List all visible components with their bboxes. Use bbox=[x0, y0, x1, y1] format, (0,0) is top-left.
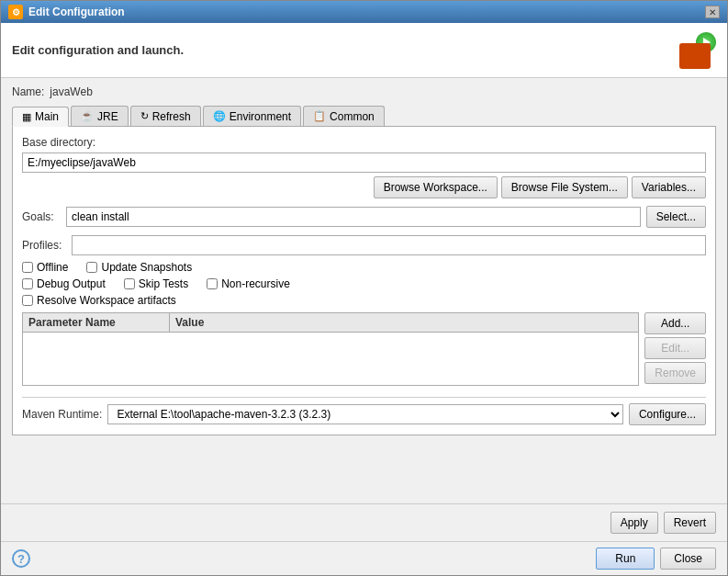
window-close-button[interactable]: ✕ bbox=[705, 6, 720, 18]
offline-checkbox[interactable] bbox=[22, 262, 33, 273]
goals-input[interactable] bbox=[66, 207, 641, 227]
table-buttons-col: Add... Edit... Remove bbox=[644, 312, 706, 391]
revert-button[interactable]: Revert bbox=[664, 512, 716, 534]
help-icon[interactable]: ? bbox=[12, 549, 30, 568]
main-panel: Base directory: Browse Workspace... Brow… bbox=[12, 127, 716, 435]
footer-panel: Apply Revert bbox=[1, 503, 727, 541]
jre-tab-icon: ☕ bbox=[81, 110, 94, 122]
parameter-table-section: Parameter Name Value Add... Edit... Remo… bbox=[22, 312, 706, 391]
select-button[interactable]: Select... bbox=[646, 206, 706, 228]
goals-row: Goals: Select... bbox=[22, 206, 706, 228]
tab-main-label: Main bbox=[35, 110, 59, 123]
bottom-bar: ? Run Close bbox=[1, 541, 727, 575]
checkbox-row-1: Offline Update Snapshots bbox=[22, 261, 706, 274]
table-wrapper: Parameter Name Value bbox=[22, 312, 639, 391]
tab-common-label: Common bbox=[330, 110, 375, 123]
checkboxes-area: Offline Update Snapshots Debug Output Sk… bbox=[22, 261, 706, 307]
profiles-input[interactable] bbox=[72, 235, 706, 255]
debug-output-label: Debug Output bbox=[37, 277, 106, 290]
name-row: Name: javaWeb bbox=[12, 85, 716, 98]
runtime-label: Maven Runtime: bbox=[22, 408, 102, 421]
browse-buttons-row: Browse Workspace... Browse File System..… bbox=[22, 176, 706, 198]
bottom-buttons: Run Close bbox=[596, 548, 716, 570]
close-dialog-button[interactable]: Close bbox=[660, 548, 716, 570]
tab-environment-label: Environment bbox=[230, 110, 291, 123]
title-bar: ⚙ Edit Configuration ✕ bbox=[1, 1, 727, 23]
title-bar-left: ⚙ Edit Configuration bbox=[8, 5, 125, 19]
edit-button[interactable]: Edit... bbox=[644, 337, 706, 359]
tabs-row: ▦ Main ☕ JRE ↻ Refresh 🌐 Environment 📋 C… bbox=[12, 106, 716, 127]
resolve-workspace-checkbox-item[interactable]: Resolve Workspace artifacts bbox=[22, 294, 176, 307]
resolve-workspace-checkbox[interactable] bbox=[22, 295, 33, 306]
col-value: Value bbox=[170, 313, 638, 332]
non-recursive-checkbox[interactable] bbox=[207, 278, 218, 289]
toolbox-icon bbox=[679, 43, 711, 69]
profiles-label: Profiles: bbox=[22, 239, 66, 252]
update-snapshots-checkbox-item[interactable]: Update Snapshots bbox=[86, 261, 192, 274]
name-value: javaWeb bbox=[50, 85, 92, 98]
main-tab-icon: ▦ bbox=[22, 111, 31, 123]
non-recursive-checkbox-item[interactable]: Non-recursive bbox=[207, 277, 290, 290]
add-button[interactable]: Add... bbox=[644, 312, 706, 334]
update-snapshots-label: Update Snapshots bbox=[101, 261, 192, 274]
common-tab-icon: 📋 bbox=[313, 110, 326, 122]
resolve-workspace-label: Resolve Workspace artifacts bbox=[37, 294, 176, 307]
name-label: Name: bbox=[12, 85, 44, 98]
run-button[interactable]: Run bbox=[596, 548, 655, 570]
debug-output-checkbox-item[interactable]: Debug Output bbox=[22, 277, 106, 290]
parameter-table: Parameter Name Value bbox=[22, 312, 639, 386]
skip-tests-checkbox[interactable] bbox=[124, 278, 135, 289]
tab-main[interactable]: ▦ Main bbox=[12, 107, 69, 127]
non-recursive-label: Non-recursive bbox=[221, 277, 290, 290]
refresh-tab-icon: ↻ bbox=[140, 110, 149, 122]
checkbox-row-3: Resolve Workspace artifacts bbox=[22, 294, 706, 307]
base-directory-input[interactable] bbox=[22, 152, 706, 173]
apply-button[interactable]: Apply bbox=[610, 512, 658, 534]
skip-tests-checkbox-item[interactable]: Skip Tests bbox=[124, 277, 188, 290]
runtime-select[interactable]: External E:\tool\apache-maven-3.2.3 (3.2… bbox=[107, 404, 623, 424]
offline-label: Offline bbox=[37, 261, 68, 274]
tab-refresh-label: Refresh bbox=[152, 110, 191, 123]
runtime-row: Maven Runtime: External E:\tool\apache-m… bbox=[22, 397, 706, 425]
offline-checkbox-item[interactable]: Offline bbox=[22, 261, 68, 274]
browse-filesystem-button[interactable]: Browse File System... bbox=[501, 176, 628, 198]
col-param-name: Parameter Name bbox=[23, 313, 170, 332]
window-title: Edit Configuration bbox=[28, 6, 125, 18]
debug-output-checkbox[interactable] bbox=[22, 278, 33, 289]
edit-configuration-window: ⚙ Edit Configuration ✕ Edit configuratio… bbox=[0, 0, 728, 576]
profiles-row: Profiles: bbox=[22, 235, 706, 255]
tab-common[interactable]: 📋 Common bbox=[303, 106, 385, 126]
header-description: Edit configuration and launch. bbox=[12, 43, 184, 57]
skip-tests-label: Skip Tests bbox=[139, 277, 188, 290]
table-header: Parameter Name Value bbox=[23, 313, 638, 333]
base-directory-label: Base directory: bbox=[22, 136, 706, 149]
goals-label: Goals: bbox=[22, 210, 61, 223]
tab-environment[interactable]: 🌐 Environment bbox=[203, 106, 301, 126]
environment-tab-icon: 🌐 bbox=[213, 110, 226, 122]
variables-button[interactable]: Variables... bbox=[632, 176, 706, 198]
base-directory-section: Base directory: Browse Workspace... Brow… bbox=[22, 136, 706, 198]
update-snapshots-checkbox[interactable] bbox=[86, 262, 97, 273]
content-area: Name: javaWeb ▦ Main ☕ JRE ↻ Refresh 🌐 E… bbox=[1, 78, 727, 503]
tab-refresh[interactable]: ↻ Refresh bbox=[130, 106, 201, 126]
header-icon bbox=[679, 32, 716, 69]
table-body bbox=[23, 333, 638, 384]
browse-workspace-button[interactable]: Browse Workspace... bbox=[374, 176, 498, 198]
header-area: Edit configuration and launch. bbox=[1, 23, 727, 78]
tab-jre[interactable]: ☕ JRE bbox=[71, 106, 129, 126]
remove-button[interactable]: Remove bbox=[644, 362, 706, 384]
checkbox-row-2: Debug Output Skip Tests Non-recursive bbox=[22, 277, 706, 290]
configure-button[interactable]: Configure... bbox=[629, 403, 706, 425]
tab-jre-label: JRE bbox=[97, 110, 118, 123]
window-icon: ⚙ bbox=[8, 5, 23, 19]
